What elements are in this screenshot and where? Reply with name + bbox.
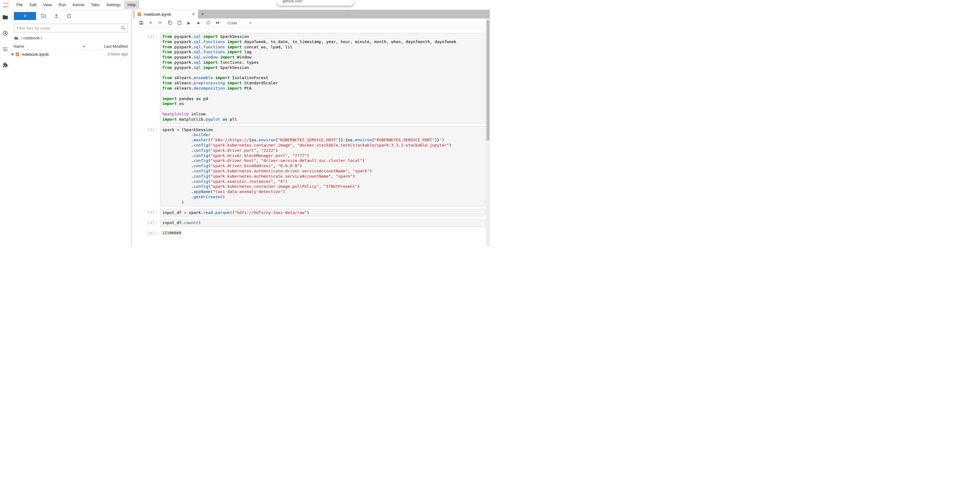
code-line: .config("spark.driver.port", "2222") — [162, 148, 484, 153]
code-line: .getOrCreate() — [162, 195, 484, 200]
file-filter — [14, 24, 128, 32]
code-line: import matplotlib.pyplot as plt — [162, 117, 484, 122]
notebook-panel: notebook.ipynb × + + ✂ ▶ ■ — [133, 10, 490, 246]
file-name: notebook.ipynb — [22, 52, 107, 57]
name-column-header[interactable]: Name — [10, 43, 89, 50]
breadcrumb-path: / notebook / — [21, 36, 42, 40]
code-line: .master(f'k8s://https://{os.environ["KUB… — [162, 138, 484, 143]
cell-prompt: [4]: — [135, 219, 160, 227]
code-line: from pyspark.sql.window import Window — [162, 55, 484, 60]
code-line: import os — [162, 101, 484, 106]
add-cell-icon[interactable]: + — [148, 20, 153, 25]
refresh-icon[interactable] — [66, 13, 72, 19]
restart-kernel-icon[interactable] — [205, 20, 211, 25]
table-of-contents-tab-icon[interactable] — [2, 46, 8, 52]
modified-column-header[interactable]: Last Modified — [90, 44, 132, 49]
code-cell: [1]:from pyspark.sql import SparkSession… — [135, 33, 485, 124]
breadcrumb[interactable]: / notebook / — [10, 32, 132, 43]
code-line: from pyspark.sql import functions, types — [162, 60, 484, 65]
notebook-tab-icon — [137, 12, 142, 17]
code-line: from pyspark.sql.functions import dayofw… — [162, 40, 484, 44]
name-column-label: Name — [14, 44, 24, 49]
code-line: input_df = spark.read.parquet("hdfs://hd… — [162, 210, 484, 216]
cell-prompt: [3]: — [135, 209, 160, 217]
cell-prompt: [1]: — [135, 33, 160, 124]
file-modified: 3 hours ago — [107, 52, 132, 56]
notebook-cells: [1]:from pyspark.sql import SparkSession… — [133, 27, 490, 246]
jupyter-logo-icon — [2, 1, 10, 9]
cut-cell-icon[interactable]: ✂ — [158, 20, 163, 25]
cell-output: 12106669 — [160, 230, 485, 237]
code-cell: [2]:spark = (SparkSession .builder .mast… — [135, 126, 485, 206]
code-line: .config("spark.driver.host", "driver-ser… — [162, 158, 484, 164]
home-folder-icon — [14, 36, 19, 40]
code-line: .config("spark.executor.instances", "4") — [162, 179, 484, 184]
menu-run[interactable]: Run — [55, 1, 69, 9]
code-cell: [3]:input_df = spark.read.parquet("hdfs:… — [135, 209, 485, 217]
paste-cell-icon[interactable] — [177, 20, 182, 25]
menu-file[interactable]: File — [13, 1, 26, 9]
cell-editor[interactable]: spark = (SparkSession .builder .master(f… — [160, 126, 485, 206]
menu-view[interactable]: View — [40, 1, 55, 9]
file-list-header: Name Last Modified — [10, 43, 132, 50]
code-line: from pyspark.sql import SparkSession — [162, 34, 484, 40]
menu-edit[interactable]: Edit — [26, 1, 40, 9]
code-line: .config("spark.kubernetes.authenticate.s… — [162, 174, 484, 179]
code-line: from pyspark.sql import SparkSession — [162, 65, 484, 70]
close-tab-icon[interactable]: × — [191, 12, 196, 17]
menu-tabs[interactable]: Tabs — [88, 1, 103, 9]
file-browser-tab-icon[interactable] — [2, 14, 8, 20]
cell-type-dropdown[interactable]: Code — [228, 21, 251, 25]
stop-kernel-icon[interactable]: ■ — [196, 20, 201, 25]
copy-cell-icon[interactable] — [167, 20, 172, 25]
code-line: from sklearn.ensemble import IsolationFo… — [162, 75, 484, 81]
upload-icon[interactable] — [54, 13, 59, 19]
tab-notebook[interactable]: notebook.ipynb × — [135, 10, 198, 19]
new-folder-icon[interactable] — [41, 13, 46, 19]
running-kernels-tab-icon[interactable] — [2, 30, 8, 37]
code-line: .config("spark.kubernetes.container.imag… — [162, 143, 484, 148]
code-line: 12106669 — [162, 230, 484, 236]
scrollbar-thumb[interactable] — [487, 20, 490, 140]
search-icon — [121, 25, 126, 30]
tab-bar: notebook.ipynb × + — [133, 10, 490, 19]
code-line: .builder — [162, 132, 484, 138]
new-launcher-button[interactable]: + — [14, 12, 36, 20]
file-browser-toolbar: + — [14, 12, 128, 20]
cell-prompt: [2]: — [135, 126, 160, 206]
code-line: input_df.count() — [162, 220, 484, 226]
menu-help[interactable]: Help — [124, 1, 139, 9]
code-line — [162, 106, 484, 112]
kernel-running-dot — [11, 53, 14, 56]
filter-files-input[interactable] — [14, 24, 128, 32]
cell-type-value: Code — [228, 21, 237, 25]
code-line: from pyspark.sql.functions import concat… — [162, 44, 484, 50]
notebook-toolbar: + ✂ ▶ ■ Code — [133, 19, 490, 27]
menu-kernel[interactable]: Kernel — [69, 1, 88, 9]
code-line: spark = (SparkSession — [162, 127, 484, 133]
cell-prompt: [4]: — [135, 230, 160, 237]
cell-editor[interactable]: input_df.count() — [160, 219, 485, 227]
code-line: import pandas as pd — [162, 96, 484, 102]
code-line: .config("spark.kubernetes.authenticate.d… — [162, 169, 484, 174]
code-line: .config("spark.driver.blockManager.port"… — [162, 153, 484, 159]
browser-popup-domain: github.com — [283, 0, 302, 3]
vertical-scrollbar[interactable] — [486, 19, 490, 246]
file-row-notebook[interactable]: notebook.ipynb 3 hours ago — [10, 50, 132, 58]
code-line — [162, 70, 484, 76]
run-cell-icon[interactable]: ▶ — [186, 20, 191, 25]
code-line: from sklearn.preprocessing import Standa… — [162, 81, 484, 86]
menu-bar: File Edit View Run Kernel Tabs Settings … — [0, 0, 490, 10]
code-line: .config("spark.kubernetes.container.imag… — [162, 184, 484, 189]
extensions-tab-icon[interactable] — [2, 62, 8, 68]
menu-settings[interactable]: Settings — [103, 1, 124, 9]
code-cell: [4]:input_df.count() — [135, 219, 485, 227]
code-line: ) — [162, 200, 484, 205]
code-line: .appName("taxi-data-anomaly-detection") — [162, 189, 484, 195]
cell-editor[interactable]: from pyspark.sql import SparkSessionfrom… — [160, 33, 485, 124]
code-line: from pyspark.sql.functions import lag — [162, 49, 484, 55]
restart-run-all-icon[interactable] — [215, 20, 220, 25]
new-tab-button[interactable]: + — [198, 10, 207, 19]
save-icon[interactable] — [138, 20, 144, 25]
cell-editor[interactable]: input_df = spark.read.parquet("hdfs://hd… — [160, 209, 485, 217]
